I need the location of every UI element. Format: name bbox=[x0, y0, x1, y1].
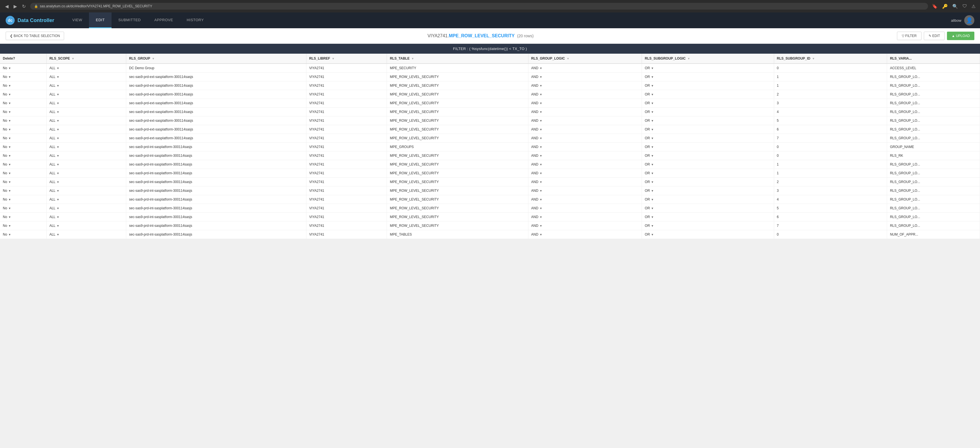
delete-dropdown-arrow[interactable]: ▼ bbox=[8, 93, 11, 96]
cell-delete[interactable]: No ▼ bbox=[0, 151, 46, 160]
cell-delete[interactable]: No ▼ bbox=[0, 81, 46, 90]
subgroup-logic-dropdown-arrow[interactable]: ▼ bbox=[651, 189, 654, 192]
scope-dropdown-arrow[interactable]: ▼ bbox=[56, 215, 59, 218]
cell-delete[interactable]: No ▼ bbox=[0, 213, 46, 222]
sort-icon-rls-subgroup-id[interactable]: ▼ bbox=[812, 57, 815, 60]
cell-rls-scope[interactable]: ALL▼ bbox=[46, 213, 126, 222]
cell-rls-group-logic[interactable]: AND▼ bbox=[528, 116, 642, 125]
key-icon[interactable]: 🔑 bbox=[941, 3, 949, 10]
cell-rls-group-logic[interactable]: AND▼ bbox=[528, 195, 642, 204]
reload-button[interactable]: ↻ bbox=[20, 3, 27, 10]
subgroup-logic-dropdown-arrow[interactable]: ▼ bbox=[651, 198, 654, 201]
scope-dropdown-arrow[interactable]: ▼ bbox=[56, 67, 59, 70]
subgroup-logic-dropdown-arrow[interactable]: ▼ bbox=[651, 137, 654, 140]
subgroup-logic-dropdown-arrow[interactable]: ▼ bbox=[651, 145, 654, 148]
cell-rls-subgroup-logic[interactable]: OR▼ bbox=[642, 73, 774, 81]
filter-button[interactable]: ▽ FILTER bbox=[897, 32, 921, 40]
delete-dropdown-arrow[interactable]: ▼ bbox=[8, 154, 11, 157]
cell-rls-group-logic[interactable]: AND▼ bbox=[528, 125, 642, 134]
sort-icon-rls-group-logic[interactable]: ▼ bbox=[566, 57, 570, 60]
cell-rls-scope[interactable]: ALL▼ bbox=[46, 230, 126, 239]
cell-rls-subgroup-logic[interactable]: OR▼ bbox=[642, 81, 774, 90]
group-logic-dropdown-arrow[interactable]: ▼ bbox=[539, 172, 542, 175]
tab-history[interactable]: HISTORY bbox=[180, 13, 211, 28]
delete-dropdown-arrow[interactable]: ▼ bbox=[8, 172, 11, 175]
cell-delete[interactable]: No ▼ bbox=[0, 195, 46, 204]
delete-dropdown-arrow[interactable]: ▼ bbox=[8, 110, 11, 113]
alert-icon[interactable]: ⚠ bbox=[970, 3, 977, 10]
cell-rls-group-logic[interactable]: AND▼ bbox=[528, 204, 642, 213]
cell-rls-scope[interactable]: ALL▼ bbox=[46, 116, 126, 125]
subgroup-logic-dropdown-arrow[interactable]: ▼ bbox=[651, 215, 654, 218]
group-logic-dropdown-arrow[interactable]: ▼ bbox=[539, 154, 542, 157]
scope-dropdown-arrow[interactable]: ▼ bbox=[56, 172, 59, 175]
sort-icon-rls-scope[interactable]: ▼ bbox=[72, 57, 75, 60]
tab-submitted[interactable]: SUBMITTED bbox=[111, 13, 148, 28]
cell-rls-scope[interactable]: ALL▼ bbox=[46, 125, 126, 134]
cell-rls-group-logic[interactable]: AND▼ bbox=[528, 230, 642, 239]
subgroup-logic-dropdown-arrow[interactable]: ▼ bbox=[651, 207, 654, 210]
cell-delete[interactable]: No ▼ bbox=[0, 64, 46, 73]
upload-button[interactable]: ▲ UPLOAD bbox=[947, 32, 974, 40]
cell-delete[interactable]: No ▼ bbox=[0, 230, 46, 239]
cell-delete[interactable]: No ▼ bbox=[0, 90, 46, 99]
group-logic-dropdown-arrow[interactable]: ▼ bbox=[539, 163, 542, 166]
group-logic-dropdown-arrow[interactable]: ▼ bbox=[539, 67, 542, 70]
cell-rls-subgroup-logic[interactable]: OR▼ bbox=[642, 230, 774, 239]
group-logic-dropdown-arrow[interactable]: ▼ bbox=[539, 119, 542, 122]
scope-dropdown-arrow[interactable]: ▼ bbox=[56, 207, 59, 210]
subgroup-logic-dropdown-arrow[interactable]: ▼ bbox=[651, 180, 654, 183]
cell-rls-scope[interactable]: ALL▼ bbox=[46, 151, 126, 160]
delete-dropdown-arrow[interactable]: ▼ bbox=[8, 75, 11, 78]
delete-dropdown-arrow[interactable]: ▼ bbox=[8, 128, 11, 131]
group-logic-dropdown-arrow[interactable]: ▼ bbox=[539, 145, 542, 148]
back-button[interactable]: ◀ bbox=[3, 3, 10, 10]
cell-rls-subgroup-logic[interactable]: OR▼ bbox=[642, 195, 774, 204]
bookmark-icon[interactable]: 🔖 bbox=[931, 3, 939, 10]
back-to-table-button[interactable]: ❮ BACK TO TABLE SELECTION bbox=[6, 32, 64, 40]
cell-rls-scope[interactable]: ALL▼ bbox=[46, 195, 126, 204]
cell-delete[interactable]: No ▼ bbox=[0, 99, 46, 108]
subgroup-logic-dropdown-arrow[interactable]: ▼ bbox=[651, 67, 654, 70]
delete-dropdown-arrow[interactable]: ▼ bbox=[8, 215, 11, 218]
cell-rls-subgroup-logic[interactable]: OR▼ bbox=[642, 160, 774, 169]
scope-dropdown-arrow[interactable]: ▼ bbox=[56, 189, 59, 192]
cell-rls-scope[interactable]: ALL▼ bbox=[46, 160, 126, 169]
cell-rls-subgroup-logic[interactable]: OR▼ bbox=[642, 125, 774, 134]
scope-dropdown-arrow[interactable]: ▼ bbox=[56, 145, 59, 148]
delete-dropdown-arrow[interactable]: ▼ bbox=[8, 163, 11, 166]
cell-delete[interactable]: No ▼ bbox=[0, 108, 46, 116]
cell-rls-subgroup-logic[interactable]: OR▼ bbox=[642, 178, 774, 187]
cell-rls-group-logic[interactable]: AND▼ bbox=[528, 81, 642, 90]
delete-dropdown-arrow[interactable]: ▼ bbox=[8, 145, 11, 148]
subgroup-logic-dropdown-arrow[interactable]: ▼ bbox=[651, 172, 654, 175]
cell-rls-group-logic[interactable]: AND▼ bbox=[528, 151, 642, 160]
cell-rls-group-logic[interactable]: AND▼ bbox=[528, 90, 642, 99]
subgroup-logic-dropdown-arrow[interactable]: ▼ bbox=[651, 102, 654, 105]
group-logic-dropdown-arrow[interactable]: ▼ bbox=[539, 75, 542, 78]
cell-rls-subgroup-logic[interactable]: OR▼ bbox=[642, 222, 774, 230]
delete-dropdown-arrow[interactable]: ▼ bbox=[8, 119, 11, 122]
cell-rls-group-logic[interactable]: AND▼ bbox=[528, 73, 642, 81]
cell-rls-scope[interactable]: ALL▼ bbox=[46, 134, 126, 143]
subgroup-logic-dropdown-arrow[interactable]: ▼ bbox=[651, 84, 654, 87]
forward-button[interactable]: ▶ bbox=[12, 3, 19, 10]
group-logic-dropdown-arrow[interactable]: ▼ bbox=[539, 102, 542, 105]
group-logic-dropdown-arrow[interactable]: ▼ bbox=[539, 215, 542, 218]
delete-dropdown-arrow[interactable]: ▼ bbox=[8, 207, 11, 210]
cell-delete[interactable]: No ▼ bbox=[0, 116, 46, 125]
group-logic-dropdown-arrow[interactable]: ▼ bbox=[539, 207, 542, 210]
scope-dropdown-arrow[interactable]: ▼ bbox=[56, 110, 59, 113]
cell-rls-scope[interactable]: ALL▼ bbox=[46, 169, 126, 178]
cell-rls-scope[interactable]: ALL▼ bbox=[46, 222, 126, 230]
subgroup-logic-dropdown-arrow[interactable]: ▼ bbox=[651, 93, 654, 96]
cell-rls-group-logic[interactable]: AND▼ bbox=[528, 134, 642, 143]
cell-delete[interactable]: No ▼ bbox=[0, 125, 46, 134]
cell-rls-subgroup-logic[interactable]: OR▼ bbox=[642, 116, 774, 125]
cell-rls-subgroup-logic[interactable]: OR▼ bbox=[642, 90, 774, 99]
group-logic-dropdown-arrow[interactable]: ▼ bbox=[539, 84, 542, 87]
cell-rls-subgroup-logic[interactable]: OR▼ bbox=[642, 213, 774, 222]
sort-icon-rls-group[interactable]: ▼ bbox=[152, 57, 155, 60]
scope-dropdown-arrow[interactable]: ▼ bbox=[56, 154, 59, 157]
cell-delete[interactable]: No ▼ bbox=[0, 187, 46, 195]
